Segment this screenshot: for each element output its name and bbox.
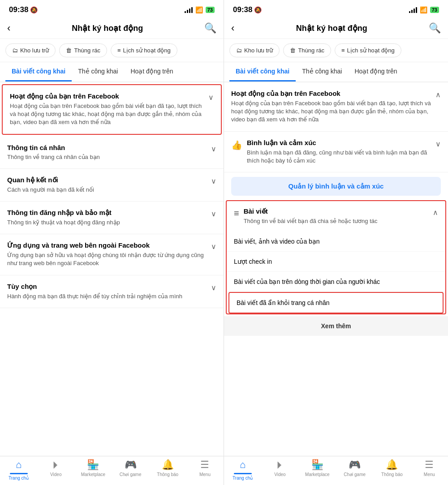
- right-sub-tabs: Bài viết công khai Thẻ công khai Hoạt độ…: [224, 62, 448, 82]
- left-bottom-nav: ⌂ Trang chủ ⏵ Video 🏪 Marketplace 🎮 Chơi…: [0, 456, 224, 485]
- right-back-button[interactable]: ‹: [231, 22, 234, 34]
- right-list-icon: ≡: [341, 47, 345, 54]
- right-chip-history[interactable]: ≡ Lịch sử hoạt động: [335, 43, 401, 57]
- left-nav-menu[interactable]: ☰ Menu: [186, 459, 224, 481]
- right-manage-comments-button[interactable]: Quản lý bình luận và cảm xúc: [231, 177, 441, 196]
- right-page-title: Nhật ký hoạt động: [296, 23, 367, 33]
- left-chevron-0: ∨: [208, 93, 214, 102]
- right-home-icon: ⌂: [240, 459, 246, 471]
- right-status-bar: 09:38 🔕 📶 73: [224, 0, 448, 18]
- right-status-icons: 📶 73: [409, 6, 439, 13]
- right-nav-home[interactable]: ⌂ Trang chủ: [224, 459, 261, 481]
- left-nav-gaming[interactable]: 🎮 Chơi game: [112, 459, 149, 481]
- right-trash-icon: 🗑: [290, 47, 296, 54]
- right-content: Hoạt động của bạn trên Facebook Hoạt độn…: [224, 82, 448, 456]
- right-search-icon[interactable]: 🔍: [429, 22, 441, 34]
- right-menu-icon: ☰: [425, 459, 434, 471]
- right-storage-icon: 🗂: [236, 47, 242, 54]
- left-chevron-4: ∨: [211, 242, 216, 251]
- right-notification-icon: 🔔: [386, 459, 398, 471]
- left-battery: 73: [206, 7, 215, 13]
- left-phone: 09:38 🔕 📶 73 ‹ Nhật ký hoạt động 🔍: [0, 0, 224, 485]
- left-home-icon: ⌂: [16, 459, 22, 471]
- left-section-connections[interactable]: Quan hệ kết nối Cách và người mà bạn đã …: [0, 169, 224, 202]
- right-chip-storage[interactable]: 🗂 Kho lưu trữ: [229, 43, 280, 57]
- left-nav-video[interactable]: ⏵ Video: [37, 459, 74, 481]
- right-nav-header: ‹ Nhật ký hoạt động 🔍: [224, 18, 448, 39]
- right-section-facebook-activity[interactable]: Hoạt động của bạn trên Facebook Hoạt độn…: [224, 82, 448, 132]
- right-section-comments[interactable]: 👍 Bình luận và cảm xúc Bình luận mà bạn …: [224, 132, 448, 172]
- trash-icon: 🗑: [66, 47, 72, 54]
- right-chevron-main: ∧: [435, 90, 441, 99]
- right-nav-marketplace[interactable]: 🏪 Marketplace: [299, 459, 336, 481]
- right-see-more-button[interactable]: Xem thêm: [224, 316, 448, 336]
- left-chevron-3: ∨: [211, 210, 216, 218]
- left-search-icon[interactable]: 🔍: [204, 22, 216, 34]
- right-video-icon: ⏵: [275, 459, 285, 471]
- left-chevron-2: ∨: [211, 177, 216, 185]
- right-section-posts: ≡ Bài viết Thông tin về bài viết bạn đã …: [226, 200, 446, 314]
- right-filter-chips: 🗂 Kho lưu trữ 🗑 Thùng rác ≡ Lịch sử hoạt…: [224, 39, 448, 62]
- left-page-title: Nhật ký hoạt động: [72, 23, 143, 33]
- right-bottom-nav: ⌂ Trang chủ ⏵ Video 🏪 Marketplace 🎮 Chơi…: [224, 456, 448, 485]
- left-chip-storage[interactable]: 🗂 Kho lưu trữ: [5, 43, 56, 57]
- right-phone: 09:38 🔕 📶 73 ‹ Nhật ký hoạt động 🔍: [224, 0, 448, 485]
- left-filter-chips: 🗂 Kho lưu trữ 🗑 Thùng rác ≡ Lịch sử hoạt…: [0, 39, 224, 62]
- left-menu-icon: ☰: [200, 459, 209, 471]
- right-nav-notifications[interactable]: 🔔 Thông báo: [373, 459, 410, 481]
- left-marketplace-icon: 🏪: [87, 459, 99, 471]
- left-tab-public-tags[interactable]: Thẻ công khai: [72, 62, 124, 82]
- left-content: Hoạt động của bạn trên Facebook Hoạt độn…: [0, 82, 224, 456]
- right-tab-public-tags[interactable]: Thẻ công khai: [296, 62, 348, 82]
- left-notification-icon: 🔔: [162, 459, 174, 471]
- left-tab-public-posts[interactable]: Bài viết công khai: [5, 62, 72, 82]
- left-section-login-security[interactable]: Thông tin đăng nhập và bảo mật Thông tin…: [0, 202, 224, 234]
- right-sub-item-checkin[interactable]: Lượt check in: [227, 252, 445, 272]
- right-tab-public-posts[interactable]: Bài viết công khai: [229, 62, 296, 82]
- right-tab-activity[interactable]: Hoạt động trên: [348, 62, 403, 82]
- left-section-facebook-activity[interactable]: Hoạt động của bạn trên Facebook Hoạt độn…: [2, 84, 222, 135]
- left-chevron-5: ∨: [211, 283, 216, 292]
- right-battery: 73: [430, 7, 439, 13]
- right-marketplace-icon: 🏪: [311, 459, 323, 471]
- left-nav-header: ‹ Nhật ký hoạt động 🔍: [0, 18, 224, 39]
- left-nav-home[interactable]: ⌂ Trang chủ: [0, 459, 37, 481]
- right-sub-item-hidden-posts[interactable]: Bài viết đã ẩn khỏi trang cá nhân: [228, 292, 444, 313]
- right-chip-trash[interactable]: 🗑 Thùng rác: [283, 43, 331, 57]
- left-gaming-icon: 🎮: [125, 459, 137, 471]
- right-wifi-icon: 📶: [420, 6, 427, 13]
- storage-icon: 🗂: [12, 47, 18, 54]
- right-time: 09:38 🔕: [233, 5, 262, 14]
- left-section-preferences[interactable]: Tùy chọn Hành động mà bạn đã thực hiện đ…: [0, 275, 224, 308]
- right-chevron-posts: ∧: [433, 208, 438, 217]
- left-home-underline: [10, 473, 28, 474]
- right-signal: [409, 7, 417, 13]
- left-status-icons: 📶 73: [185, 6, 215, 13]
- right-sub-item-timeline-posts[interactable]: Bài viết của bạn trên dòng thời gian của…: [227, 272, 445, 292]
- left-chip-history[interactable]: ≡ Lịch sử hoạt động: [111, 43, 177, 57]
- right-sub-item-posts-photos[interactable]: Bài viết, ảnh và video của bạn: [227, 232, 445, 252]
- left-nav-notifications[interactable]: 🔔 Thông báo: [149, 459, 186, 481]
- left-tab-activity[interactable]: Hoạt động trên: [124, 62, 179, 82]
- list-icon: ≡: [117, 47, 121, 54]
- right-nav-menu[interactable]: ☰ Menu: [411, 459, 448, 481]
- right-gaming-icon: 🎮: [349, 459, 361, 471]
- right-nav-video[interactable]: ⏵ Video: [261, 459, 298, 481]
- thumbs-up-icon: 👍: [231, 140, 242, 150]
- right-chevron-comments: ∨: [435, 140, 441, 148]
- right-home-underline: [234, 473, 252, 474]
- left-section-personal-info[interactable]: Thông tin cá nhân Thông tin về trang cá …: [0, 137, 224, 169]
- left-sub-tabs: Bài viết công khai Thẻ công khai Hoạt độ…: [0, 62, 224, 82]
- left-status-bar: 09:38 🔕 📶 73: [0, 0, 224, 18]
- left-time: 09:38 🔕: [9, 5, 38, 14]
- left-back-button[interactable]: ‹: [7, 22, 10, 34]
- left-video-icon: ⏵: [51, 459, 61, 471]
- posts-icon: ≡: [234, 208, 239, 219]
- right-posts-header[interactable]: ≡ Bài viết Thông tin về bài viết bạn đã …: [227, 201, 445, 232]
- left-chip-trash[interactable]: 🗑 Thùng rác: [59, 43, 107, 57]
- left-section-external-apps[interactable]: Ứng dụng và trang web bên ngoài Facebook…: [0, 234, 224, 275]
- left-wifi-icon: 📶: [195, 6, 203, 13]
- right-nav-gaming[interactable]: 🎮 Chơi game: [336, 459, 373, 481]
- left-nav-marketplace[interactable]: 🏪 Marketplace: [74, 459, 112, 481]
- left-signal: [185, 7, 193, 13]
